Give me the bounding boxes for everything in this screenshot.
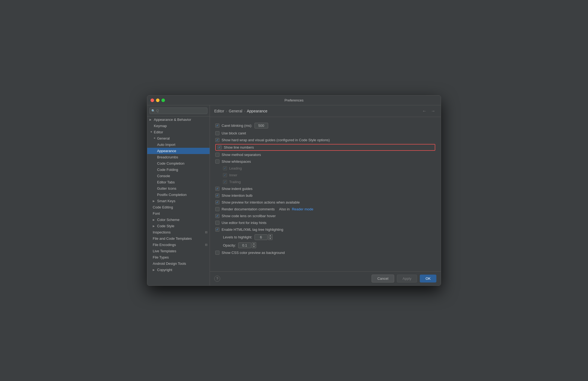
sidebar-item-code-editing[interactable]: Code Editing: [147, 204, 210, 210]
sidebar-label: Code Folding: [157, 168, 178, 172]
levels-decrement[interactable]: ▼: [268, 237, 272, 240]
enable-html-xml-row: Enable HTML/XML tag tree highlighting: [215, 226, 435, 233]
sidebar-label: Console: [157, 174, 170, 178]
cancel-button[interactable]: Cancel: [372, 275, 394, 282]
sidebar-item-font[interactable]: Font: [147, 210, 210, 217]
sidebar-label: Gutter Icons: [157, 186, 176, 190]
sidebar-label: File Encodings: [153, 243, 176, 247]
help-button[interactable]: ?: [214, 276, 220, 282]
leading-checkbox[interactable]: [223, 166, 227, 170]
use-block-caret-checkbox[interactable]: [215, 131, 219, 135]
use-block-caret-label: Use block caret: [222, 131, 246, 135]
breadcrumb-general: General: [229, 109, 242, 113]
forward-button[interactable]: →: [430, 108, 436, 114]
ok-button[interactable]: OK: [420, 275, 436, 282]
sidebar: 🔍 ▶ Appearance & Behavior Keymap ▼ Edito…: [147, 105, 210, 285]
close-button[interactable]: [151, 99, 154, 102]
show-code-lens-checkbox[interactable]: [215, 214, 219, 218]
apply-button[interactable]: Apply: [397, 275, 417, 282]
sidebar-item-file-code-templates[interactable]: File and Code Templates: [147, 235, 210, 242]
show-method-sep-checkbox[interactable]: [215, 153, 219, 157]
caret-blinking-checkbox[interactable]: [215, 124, 219, 128]
show-indent-guides-row: Show indent guides: [215, 185, 435, 192]
expand-arrow: ▼: [150, 131, 153, 134]
sidebar-label: Color Scheme: [157, 218, 179, 222]
sidebar-item-inspections[interactable]: Inspections ⊟: [147, 229, 210, 235]
main-panel: Editor › General › Appearance ← → Caret …: [210, 105, 441, 285]
opacity-decrement[interactable]: ▼: [252, 245, 256, 248]
render-doc-comments-row: Render documentation comments Also in Re…: [215, 206, 435, 213]
sidebar-item-postfix-completion[interactable]: Postfix Completion: [147, 192, 210, 198]
back-button[interactable]: ←: [421, 108, 428, 114]
sidebar-label: Inspections: [153, 230, 171, 234]
search-icon: 🔍: [151, 109, 155, 113]
show-preview-intention-checkbox[interactable]: [215, 200, 219, 204]
sidebar-item-code-folding[interactable]: Code Folding: [147, 167, 210, 173]
sidebar-item-keymap[interactable]: Keymap: [147, 123, 210, 129]
footer: ? Cancel Apply OK: [210, 271, 441, 285]
show-css-preview-checkbox[interactable]: [215, 251, 219, 255]
sidebar-label: Code Style: [157, 224, 174, 228]
show-indent-guides-checkbox[interactable]: [215, 187, 219, 191]
opacity-increment[interactable]: ▲: [252, 242, 256, 245]
settings-content: Caret blinking (ms): Use block caret Sho…: [210, 117, 441, 271]
inner-checkbox[interactable]: [223, 173, 227, 177]
sidebar-item-console[interactable]: Console: [147, 173, 210, 179]
also-in-label: Also in: [279, 207, 290, 211]
sidebar-item-editor-tabs[interactable]: Editor Tabs: [147, 179, 210, 185]
breadcrumb-sep1: ›: [226, 109, 227, 113]
leading-row: Leading: [215, 165, 435, 172]
sidebar-item-code-completion[interactable]: Code Completion: [147, 160, 210, 167]
breadcrumb-bar: Editor › General › Appearance ← →: [210, 105, 441, 117]
inspections-icon: ⊟: [205, 231, 207, 234]
enable-html-xml-checkbox[interactable]: [215, 228, 219, 232]
show-css-preview-label: Show CSS color preview as background: [222, 251, 285, 255]
maximize-button[interactable]: [161, 99, 165, 102]
sidebar-label: Postfix Completion: [157, 193, 186, 197]
sidebar-item-gutter-icons[interactable]: Gutter Icons: [147, 185, 210, 192]
sidebar-item-file-encodings[interactable]: File Encodings ⊟: [147, 242, 210, 248]
show-whitespaces-checkbox[interactable]: [215, 159, 219, 164]
opacity-input[interactable]: [238, 242, 251, 248]
reader-mode-link[interactable]: Reader mode: [292, 207, 313, 211]
sidebar-item-general[interactable]: ▼ General: [147, 135, 210, 142]
show-line-numbers-checkbox[interactable]: [218, 145, 222, 149]
sidebar-item-smart-keys[interactable]: ▶ Smart Keys: [147, 198, 210, 204]
caret-blinking-input[interactable]: [255, 123, 268, 128]
levels-input-wrap: ▲ ▼: [255, 234, 272, 240]
search-input[interactable]: [149, 107, 207, 114]
sidebar-item-appearance[interactable]: Appearance: [147, 148, 210, 154]
sidebar-item-file-types[interactable]: File Types: [147, 254, 210, 260]
leading-label: Leading: [229, 166, 242, 170]
sidebar-item-auto-import[interactable]: Auto Import: [147, 142, 210, 148]
sidebar-label: Live Templates: [153, 249, 176, 253]
show-intention-bulb-row: Show intention bulb: [215, 192, 435, 199]
sidebar-item-live-templates[interactable]: Live Templates: [147, 248, 210, 254]
show-line-numbers-row: Show line numbers: [215, 144, 435, 151]
sidebar-item-color-scheme[interactable]: ▶ Color Scheme: [147, 217, 210, 223]
show-hard-wrap-checkbox[interactable]: [215, 138, 219, 142]
minimize-button[interactable]: [156, 99, 160, 102]
sidebar-item-breadcrumbs[interactable]: Breadcrumbs: [147, 154, 210, 160]
sidebar-item-appearance-behavior[interactable]: ▶ Appearance & Behavior: [147, 116, 210, 123]
expand-arrow: ▼: [153, 137, 156, 140]
inner-row: Inner: [215, 172, 435, 179]
sidebar-item-code-style[interactable]: ▶ Code Style: [147, 223, 210, 229]
file-encodings-icon: ⊟: [205, 243, 207, 247]
show-whitespaces-row: Show whitespaces: [215, 158, 435, 165]
nav-arrows: ← →: [421, 108, 436, 114]
levels-to-highlight-row: Levels to highlight: ▲ ▼: [215, 233, 435, 241]
sidebar-item-editor[interactable]: ▼ Editor: [147, 129, 210, 135]
sidebar-item-copyright[interactable]: ▶ Copyright: [147, 267, 210, 273]
trailing-checkbox[interactable]: [223, 180, 227, 184]
show-line-numbers-label: Show line numbers: [224, 145, 254, 149]
show-intention-bulb-checkbox[interactable]: [215, 193, 219, 198]
render-doc-comments-checkbox[interactable]: [215, 207, 219, 211]
use-editor-font-checkbox[interactable]: [215, 221, 219, 225]
sidebar-label: Breadcrumbs: [157, 155, 178, 159]
show-intention-bulb-label: Show intention bulb: [222, 193, 252, 198]
levels-input[interactable]: [255, 234, 268, 240]
sidebar-item-android-design-tools[interactable]: Android Design Tools: [147, 260, 210, 267]
levels-increment[interactable]: ▲: [268, 234, 272, 237]
sidebar-label: Appearance: [157, 149, 176, 153]
